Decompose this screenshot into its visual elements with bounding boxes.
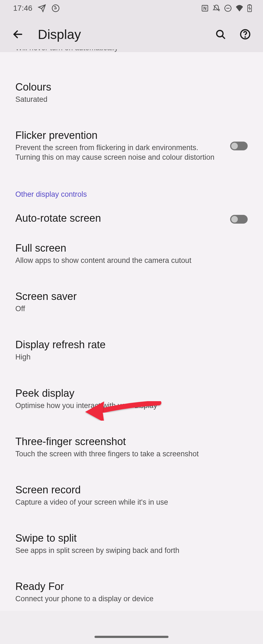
setting-swipesplit[interactable]: Swipe to split See apps in split screen … xyxy=(0,525,263,563)
setting-flicker-desc: Prevent the screen from flickering in da… xyxy=(15,143,225,162)
wifi-icon xyxy=(236,5,243,12)
setting-threefinger[interactable]: Three-finger screenshot Touch the screen… xyxy=(0,429,263,466)
setting-screenrecord[interactable]: Screen record Capture a video of your sc… xyxy=(0,477,263,514)
search-button[interactable] xyxy=(214,27,227,41)
telegram-icon xyxy=(38,4,46,12)
status-bar: 17:46 N xyxy=(0,0,263,16)
setting-fullscreen-title: Full screen xyxy=(15,242,242,254)
autorotate-toggle[interactable] xyxy=(230,215,248,224)
setting-readyfor-desc: Connect your phone to a display or devic… xyxy=(15,594,242,604)
battery-charging-icon xyxy=(247,4,252,12)
setting-fullscreen-desc: Allow apps to show content around the ca… xyxy=(15,256,242,265)
setting-threefinger-title: Three-finger screenshot xyxy=(15,436,242,448)
setting-fullscreen[interactable]: Full screen Allow apps to show content a… xyxy=(0,235,263,272)
svg-point-11 xyxy=(245,37,245,37)
svg-rect-6 xyxy=(249,4,250,5)
nav-pill[interactable] xyxy=(95,636,168,638)
whatsapp-icon xyxy=(52,4,60,12)
page-title: Display xyxy=(38,27,214,42)
flicker-toggle[interactable] xyxy=(230,142,248,150)
setting-screensaver-desc: Off xyxy=(15,304,242,314)
nfc-icon: N xyxy=(201,4,209,12)
dnd-icon xyxy=(224,4,232,12)
setting-autorotate[interactable]: Auto-rotate screen xyxy=(0,203,263,235)
section-other-controls: Other display controls xyxy=(0,180,263,203)
setting-swipesplit-desc: See apps in split screen by swiping back… xyxy=(15,546,242,555)
svg-line-9 xyxy=(222,36,225,38)
svg-point-0 xyxy=(52,5,59,12)
bell-off-icon xyxy=(213,4,220,12)
app-bar: Display xyxy=(0,16,263,52)
truncated-text: Will never turn on automatically xyxy=(15,49,118,52)
status-left: 17:46 xyxy=(13,4,60,13)
setting-autorotate-title: Auto-rotate screen xyxy=(15,212,225,224)
setting-colours-desc: Saturated xyxy=(15,95,242,104)
setting-peek-title: Peek display xyxy=(15,387,242,399)
setting-screenrecord-desc: Capture a video of your screen while it'… xyxy=(15,497,242,507)
truncated-row: Will never turn on automatically xyxy=(0,49,263,60)
setting-refresh[interactable]: Display refresh rate High xyxy=(0,332,263,369)
content-area: Will never turn on automatically Colours… xyxy=(0,52,263,611)
toolbar-actions xyxy=(214,27,252,41)
setting-screenrecord-title: Screen record xyxy=(15,484,242,496)
setting-flicker-title: Flicker prevention xyxy=(15,130,225,141)
setting-refresh-title: Display refresh rate xyxy=(15,339,242,351)
setting-flicker[interactable]: Flicker prevention Prevent the screen fr… xyxy=(0,122,263,169)
setting-readyfor-title: Ready For xyxy=(15,581,242,592)
setting-colours[interactable]: Colours Saturated xyxy=(0,74,263,111)
back-button[interactable] xyxy=(8,25,27,44)
setting-threefinger-desc: Touch the screen with three fingers to t… xyxy=(15,449,242,459)
setting-readyfor[interactable]: Ready For Connect your phone to a displa… xyxy=(0,573,263,611)
clock: 17:46 xyxy=(13,4,32,13)
help-button[interactable] xyxy=(238,27,252,41)
setting-refresh-desc: High xyxy=(15,352,242,362)
setting-swipesplit-title: Swipe to split xyxy=(15,532,242,544)
svg-text:N: N xyxy=(203,6,207,11)
gesture-nav-bar xyxy=(0,636,263,644)
setting-colours-title: Colours xyxy=(15,81,242,93)
status-right: N xyxy=(201,4,252,12)
setting-screensaver[interactable]: Screen saver Off xyxy=(0,283,263,321)
setting-peek[interactable]: Peek display Optimise how you interact w… xyxy=(0,380,263,418)
setting-screensaver-title: Screen saver xyxy=(15,291,242,302)
setting-peek-desc: Optimise how you interact with your disp… xyxy=(15,401,242,410)
